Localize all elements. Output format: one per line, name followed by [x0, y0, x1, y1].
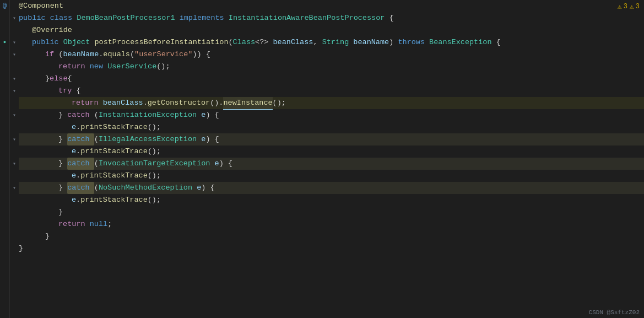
- gutter-empty-7: [0, 97, 9, 109]
- token-printstacktrace-3: printStackTrace: [80, 170, 148, 182]
- token-printstacktrace-1: printStackTrace: [80, 121, 148, 133]
- gutter-annotation: @: [0, 0, 9, 12]
- gutter-empty-2: [0, 24, 9, 36]
- fold-arrow-catch1[interactable]: ▾: [10, 109, 19, 121]
- token-paren-9: (: [94, 133, 99, 145]
- token-brace-5: {: [76, 85, 80, 97]
- fold-arrow-try[interactable]: ▾: [10, 85, 19, 97]
- warning-count-1: 3: [624, 3, 627, 10]
- token-paren-7: (: [94, 109, 99, 121]
- token-catch-1: catch: [67, 109, 94, 121]
- token-object: Object: [63, 36, 95, 48]
- token-brace-10: }: [58, 206, 63, 218]
- token-beanname-2: beanName: [63, 48, 99, 61]
- token-brace-8: }: [58, 158, 67, 170]
- gutter-empty-4: [0, 61, 9, 73]
- warning-count-2: 3: [636, 3, 640, 10]
- fold-empty-8: [10, 194, 19, 206]
- gutter-empty-11: [0, 145, 9, 158]
- warning-icon-1: ⚠: [618, 2, 622, 11]
- token-throws: throws: [398, 36, 429, 48]
- token-comma-1: ,: [313, 36, 322, 48]
- fold-arrow-catch4[interactable]: ▾: [10, 182, 19, 194]
- token-userservice-str: "userService": [134, 48, 192, 61]
- code-line-14: } catch (InvocationTargetException e) {: [19, 158, 644, 170]
- fold-empty-11: [10, 230, 19, 242]
- warning-badge-2: ⚠ 3: [630, 2, 640, 11]
- token-illegalaccessex: IllegalAccessException: [99, 133, 201, 145]
- token-e-6: e: [72, 170, 76, 182]
- breakpoint-dot-1: ●: [3, 40, 6, 45]
- token-instantiationex: InstantiationException: [99, 109, 201, 121]
- gutter-empty-5: [0, 73, 9, 85]
- gutter-empty-12: [0, 158, 9, 170]
- fold-empty-5: [10, 121, 19, 133]
- token-getconstructor: getConstructor: [148, 97, 210, 109]
- token-paren-6: ().: [210, 97, 223, 109]
- token-dot-5: .: [76, 170, 80, 182]
- code-line-5: if (beanName.equals("userService")) {: [19, 48, 644, 61]
- csdn-label: CSDN @SsftzZ02: [589, 309, 640, 316]
- token-brace-4: {: [68, 73, 72, 85]
- token-semi-6: ();: [148, 194, 161, 206]
- token-e-3: e: [201, 133, 205, 145]
- token-catch-3: catch: [67, 158, 94, 170]
- gutter-empty-13: [0, 170, 9, 182]
- token-semi-2: ();: [273, 97, 286, 109]
- code-line-3: @Override: [19, 24, 644, 36]
- fold-arrow-method[interactable]: ▾: [10, 36, 19, 48]
- fold-empty-7: [10, 170, 19, 182]
- token-brace-3: }: [45, 73, 50, 85]
- token-public-2: public: [32, 36, 63, 48]
- token-return-2: return: [72, 97, 103, 109]
- fold-empty-2: [10, 24, 19, 36]
- fold-empty-10: [10, 218, 19, 230]
- token-try: try: [58, 85, 76, 97]
- code-line-4: public Object postProcessBeforeInstantia…: [19, 36, 644, 48]
- token-null: null: [90, 218, 107, 230]
- token-implements: implements: [180, 12, 229, 24]
- token-e-4: e: [72, 145, 76, 158]
- warning-badge-1: ⚠ 3: [618, 2, 627, 11]
- gutter-empty-1: [0, 12, 9, 24]
- token-annotation-component: @Component: [19, 0, 63, 12]
- token-brace-6: }: [58, 109, 67, 121]
- gutter-empty-15: [0, 194, 9, 206]
- token-printstacktrace-2: printStackTrace: [80, 145, 148, 158]
- code-line-7: }else{: [19, 73, 644, 85]
- fold-arrow-class[interactable]: ▾: [10, 12, 19, 24]
- fold-arrow-catch2[interactable]: ▾: [10, 133, 19, 145]
- token-semi-3: ();: [148, 121, 161, 133]
- token-class-type: Class: [233, 36, 256, 48]
- token-return-3: return: [58, 218, 90, 230]
- code-line-1: @Component: [19, 0, 644, 12]
- token-paren-1: (: [228, 36, 232, 48]
- token-brace-9: }: [58, 182, 67, 194]
- token-semi-1: ();: [156, 61, 170, 73]
- fold-arrow-catch3[interactable]: ▾: [10, 158, 19, 170]
- code-lines: @Component public class DemoBeanPostProc…: [19, 0, 644, 318]
- token-generic: <?>: [255, 36, 273, 48]
- gutter-empty-9: [0, 121, 9, 133]
- token-catch-2: catch: [67, 133, 94, 145]
- token-public-1: public: [19, 12, 50, 24]
- token-brace-11: }: [45, 230, 50, 242]
- code-line-9: return beanClass.getConstructor().newIns…: [19, 97, 644, 109]
- token-dot-4: .: [76, 145, 80, 158]
- fold-arrow-if[interactable]: ▾: [10, 48, 19, 61]
- code-line-6: return new UserService();: [19, 61, 644, 73]
- token-brace-2: {: [492, 36, 501, 48]
- code-line-10: } catch (InstantiationException e) {: [19, 109, 644, 121]
- token-class: class: [50, 12, 77, 24]
- code-line-21: }: [19, 242, 644, 255]
- bottom-right-label: CSDN @SsftzZ02: [589, 309, 640, 316]
- token-dot-1: .: [99, 48, 103, 61]
- gutter-breakpoint-1[interactable]: ●: [0, 36, 9, 48]
- token-override: @Override: [32, 24, 72, 36]
- gutter-empty-8: [0, 109, 9, 121]
- token-newinstance: newInstance: [223, 97, 272, 110]
- gutter-empty-10: [0, 133, 9, 145]
- fold-arrow-else[interactable]: ▾: [10, 73, 19, 85]
- code-line-17: e.printStackTrace();: [19, 194, 644, 206]
- token-brace-7: }: [58, 133, 67, 145]
